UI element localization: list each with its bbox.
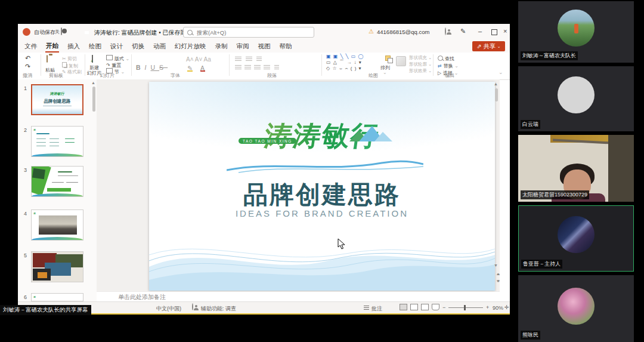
replace-item[interactable]: ⇄ 替换 ⌄ bbox=[438, 62, 459, 69]
comments-status[interactable]: 批注 bbox=[371, 305, 382, 313]
minimize-button[interactable]: – bbox=[478, 27, 482, 35]
align-left-icon[interactable] bbox=[235, 65, 242, 70]
zoom-out-icon[interactable]: − bbox=[442, 304, 445, 310]
tab-home[interactable]: 开始 bbox=[45, 41, 59, 53]
slide-thumbnail-2[interactable]: ≋ bbox=[31, 126, 83, 157]
participant-name: 刘敏涛～富硒农夫队长 bbox=[521, 51, 578, 60]
paste-icon[interactable] bbox=[47, 55, 48, 63]
font-style-icons[interactable]: BIUS bbox=[136, 64, 168, 71]
scroll-down-icon[interactable]: ▼ bbox=[494, 263, 498, 267]
restore-button[interactable] bbox=[491, 29, 497, 35]
participant-name: 熊咏民 bbox=[521, 331, 540, 340]
slide-thumbnail-3[interactable] bbox=[31, 166, 83, 197]
bold-icon: B bbox=[136, 64, 145, 71]
format-painter-item[interactable]: ✎ 格式刷 bbox=[62, 69, 82, 75]
slide-canvas[interactable]: 涛涛敏行 TAO TAO MIN XING 品牌创建思路 IDEAS FOR B… bbox=[149, 82, 495, 291]
previous-slide-icon[interactable]: ▴▴ bbox=[497, 272, 499, 276]
quick-styles-icon[interactable] bbox=[396, 56, 406, 66]
italic-icon: I bbox=[145, 64, 151, 71]
language-status[interactable]: 中文(中国) bbox=[156, 305, 181, 313]
shape-outline-item[interactable]: 形状轮廓 ⌄ bbox=[409, 61, 432, 67]
tab-insert[interactable]: 插入 bbox=[67, 41, 80, 52]
indent-icon[interactable] bbox=[256, 57, 262, 61]
participant-tile-active-speaker[interactable]: 鲁亚普－主持人 bbox=[518, 205, 634, 272]
participant-sidebar: 刘敏涛～富硒农夫队长 白云瑞 太阳糖贺君留15902300729 鲁亚普－主持人… bbox=[514, 0, 644, 342]
participant-tile[interactable]: 太阳糖贺君留15902300729 bbox=[518, 135, 634, 202]
new-slide-label2[interactable]: 幻灯片 bbox=[87, 70, 101, 76]
avatar bbox=[558, 288, 595, 325]
group-label-font: 字体 bbox=[171, 72, 180, 79]
slide-title: 品牌创建思路 bbox=[149, 178, 495, 211]
tab-record[interactable]: 录制 bbox=[215, 41, 228, 52]
slide-thumbnail-1[interactable]: 涛涛敏行 品牌创建思路 bbox=[31, 84, 83, 115]
autosave-state: 关 bbox=[55, 29, 60, 35]
slide-number: 5 bbox=[24, 252, 27, 258]
reading-view-icon[interactable] bbox=[421, 304, 429, 310]
logo-swoosh-icon bbox=[227, 158, 423, 174]
find-item[interactable]: 查找 bbox=[438, 55, 454, 62]
tab-animations[interactable]: 动画 bbox=[153, 41, 166, 52]
tab-design[interactable]: 设计 bbox=[110, 41, 123, 52]
zoom-slider[interactable] bbox=[448, 307, 483, 308]
zoom-slider-thumb[interactable] bbox=[464, 305, 466, 310]
ribbon-collapse-icon[interactable]: ⌄ bbox=[499, 69, 503, 75]
tab-slideshow[interactable]: 幻灯片放映 bbox=[174, 41, 207, 52]
zoom-level[interactable]: 90% bbox=[493, 305, 503, 311]
slide-number: 4 bbox=[24, 211, 27, 217]
zoom-in-icon[interactable]: + bbox=[486, 304, 489, 310]
tab-file[interactable]: 文件 bbox=[24, 41, 38, 52]
panel-scrollbar[interactable] bbox=[92, 87, 95, 112]
participant-name: 鲁亚普－主持人 bbox=[521, 260, 562, 269]
align-center-icon[interactable] bbox=[244, 65, 251, 70]
shape-gallery[interactable]: ▣ ▣ ╲ ╲ ▭ ◯ ▭ △ ⌒ → ↓ ▾ ◇ ☆ ⌣ ⌢ ( ) ▾ bbox=[326, 54, 377, 72]
title-chevron-icon[interactable]: ⌄ bbox=[174, 29, 178, 34]
pen-mode-icon[interactable]: ✎ bbox=[460, 27, 466, 35]
align-right-icon[interactable] bbox=[254, 65, 261, 70]
share-button[interactable]: ⇗ 共享 ⌄ bbox=[472, 41, 505, 51]
slide-thumbnail-6[interactable]: ≋ bbox=[31, 293, 83, 301]
justify-icon[interactable] bbox=[264, 65, 270, 70]
panel-scroll-up-icon[interactable]: ▲ bbox=[91, 81, 95, 85]
columns-icon[interactable] bbox=[274, 65, 279, 70]
group-label-editing: 编辑 bbox=[445, 72, 454, 79]
slide-sorter-view-icon[interactable] bbox=[410, 304, 418, 310]
bullet-list-icon[interactable] bbox=[235, 57, 242, 61]
autosave-toggle[interactable]: 关 bbox=[61, 27, 62, 35]
fit-to-window-icon[interactable]: ✛ bbox=[504, 304, 509, 310]
slideshow-view-icon[interactable] bbox=[432, 304, 439, 310]
vertical-scrollbar[interactable] bbox=[495, 88, 498, 101]
cut-item[interactable]: ✂ 剪切 bbox=[62, 56, 77, 62]
search-icon bbox=[187, 30, 193, 35]
undo-icon[interactable]: ↶ bbox=[25, 54, 30, 62]
tab-help[interactable]: 帮助 bbox=[279, 41, 293, 52]
participant-tile[interactable]: 熊咏民 bbox=[518, 275, 634, 342]
slide-number: 1 bbox=[24, 85, 27, 91]
tab-view[interactable]: 视图 bbox=[258, 41, 271, 52]
participant-tile[interactable]: 白云瑞 bbox=[518, 66, 634, 131]
tab-review[interactable]: 审阅 bbox=[236, 41, 250, 52]
shape-effects-item[interactable]: 形状效果 ⌄ bbox=[409, 68, 432, 74]
search-input[interactable] bbox=[196, 29, 310, 36]
notes-pane[interactable]: 单击此处添加备注 bbox=[97, 291, 500, 301]
participant-tile[interactable]: 刘敏涛～富硒农夫队长 bbox=[518, 1, 634, 63]
slide-number: 2 bbox=[24, 127, 27, 133]
powerpoint-window: 自动保存 关 涛涛敏行: 富硒品牌创建 • 已保存到这台电脑 ⌄ ⚠ 44168… bbox=[18, 24, 510, 315]
shape-fill-item[interactable]: 形状填充 ⌄ bbox=[409, 55, 432, 61]
scroll-up-icon[interactable]: ▲ bbox=[494, 82, 498, 86]
slide-thumbnail-panel: 1 涛涛敏行 品牌创建思路 2 ≋ 3 bbox=[18, 79, 97, 301]
account-email[interactable]: 441686815@qq.com bbox=[377, 29, 429, 35]
close-button[interactable]: × bbox=[503, 27, 507, 35]
normal-view-icon[interactable] bbox=[400, 304, 407, 310]
accessibility-status[interactable]: 辅助功能: 调查 bbox=[201, 305, 236, 313]
new-slide-icon[interactable] bbox=[92, 55, 93, 63]
next-slide-icon[interactable]: ▾▾ bbox=[497, 279, 499, 284]
font-size-icons[interactable]: A˄ A˅ Aa bbox=[186, 56, 211, 63]
redo-icon[interactable]: ↷ bbox=[25, 63, 30, 70]
tab-draw[interactable]: 绘图 bbox=[88, 41, 102, 52]
slide-thumbnail-4[interactable]: ≋ bbox=[31, 209, 83, 241]
numbered-list-icon[interactable] bbox=[246, 57, 252, 61]
slide-thumbnail-5[interactable] bbox=[31, 251, 83, 282]
tab-transitions[interactable]: 切换 bbox=[131, 41, 145, 52]
account-icon[interactable] bbox=[445, 27, 446, 35]
search-box[interactable] bbox=[183, 27, 314, 38]
